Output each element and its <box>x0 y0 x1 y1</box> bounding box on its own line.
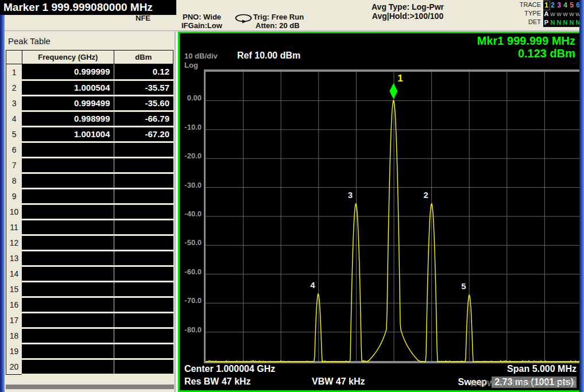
grid-lines <box>206 72 582 361</box>
peak-amplitude-value <box>114 204 173 219</box>
peak-amplitude-value: -35.57 <box>114 80 173 95</box>
peak-amplitude-value: -66.79 <box>114 111 173 126</box>
peak-index: 1 <box>6 64 22 80</box>
peak-table-row: 11 <box>6 219 173 235</box>
peak-frequency-value <box>22 343 114 359</box>
peak-frequency-value <box>22 157 114 173</box>
detector-indicator: N <box>556 18 562 27</box>
peak-table-row: 10 <box>6 204 173 219</box>
peak-2-label: 2 <box>424 190 428 200</box>
peak-table-row: 19 <box>6 343 173 359</box>
window-edge-right <box>579 0 584 392</box>
peak-index: 5 <box>6 126 22 142</box>
pno-setting: PNO: Wide <box>183 13 221 21</box>
peak-table-row: 21.000504-35.57 <box>6 80 173 95</box>
peak-amplitude-value <box>114 188 173 204</box>
peak-table-row: 6 <box>6 142 173 157</box>
peak-table-row: 16 <box>6 297 173 312</box>
trigger-setting: Trig: Free Run <box>253 13 304 21</box>
res-bw: Res BW 47 kHz <box>184 377 251 387</box>
y-axis-tick-label: -70.0 <box>180 296 202 305</box>
detector-indicator: N <box>568 18 575 27</box>
peak-index: 15 <box>6 281 22 297</box>
detector-indicator: N <box>550 18 556 27</box>
peak-amplitude-value <box>114 173 173 188</box>
peak-frequency-value <box>22 188 114 204</box>
center-frequency: Center 1.000004 GHz <box>184 364 275 374</box>
peak-frequency-value <box>22 235 114 250</box>
nfe-indicator: NFE <box>136 14 150 22</box>
peak-table-row: 30.999499-35.60 <box>6 95 173 111</box>
video-bw: VBW 47 kHz <box>312 377 365 387</box>
peak-amplitude-value: -67.20 <box>114 126 173 142</box>
peak-amplitude-value <box>114 266 173 281</box>
peak-table: Frequency (GHz) dBm 10.9999990.1221.0005… <box>6 50 173 375</box>
detector-indicator: N <box>562 18 568 27</box>
peak-table-row: 13 <box>6 250 173 266</box>
continuous-sweep-icon <box>233 13 254 26</box>
y-axis-tick-label: -80.0 <box>180 325 202 334</box>
peak-amplitude-value <box>114 142 173 157</box>
peak-table-row: 17 <box>6 312 173 328</box>
peak-amplitude-value <box>114 297 173 312</box>
peak-table-panel: Peak Table Frequency (GHz) dBm 10.999999… <box>0 32 178 392</box>
peak-frequency-value <box>22 142 114 157</box>
peak-frequency-value <box>22 297 114 312</box>
window-edge-left <box>0 15 5 392</box>
peak-frequency-value <box>22 359 114 375</box>
peak-index: 18 <box>6 328 22 343</box>
peak-table-row: 8 <box>6 173 173 188</box>
ref-level: Ref 10.00 dBm <box>237 51 300 61</box>
peak-index: 11 <box>6 219 22 235</box>
trace-plot <box>206 72 582 363</box>
peak-index: 2 <box>6 80 22 95</box>
peak-index: 14 <box>6 266 22 281</box>
peak-frequency-value: 1.001004 <box>22 126 114 142</box>
trace-label: TRACE <box>504 1 541 9</box>
index-column-header <box>6 51 22 64</box>
peak-amplitude-value <box>114 219 173 235</box>
marker1-amplitude-readout: 0.123 dBm <box>518 47 575 60</box>
peak-amplitude-value <box>114 328 173 343</box>
peak-index: 6 <box>6 142 22 157</box>
peak-table-row: 51.001004-67.20 <box>6 126 173 142</box>
scale-type: Log <box>184 61 198 69</box>
peak-amplitude-value <box>114 343 173 359</box>
atten-setting: Atten: 20 dB <box>256 21 300 30</box>
peak-index: 17 <box>6 312 22 328</box>
peak-table-row: 40.998999-66.79 <box>6 111 173 126</box>
peak-index: 19 <box>6 343 22 359</box>
scale-per-div: 10 dB/div <box>184 52 218 60</box>
analyzer-screen: Marker 1 999.999080000 MHz NFE PNO: Wide… <box>0 0 584 392</box>
marker1-number-label: 1 <box>397 73 403 84</box>
peak-index: 20 <box>6 359 22 375</box>
graticule <box>204 69 583 363</box>
peak-table-row: 10.9999990.12 <box>6 64 173 80</box>
peak-4-label: 4 <box>310 280 315 290</box>
peak-table-row: 18 <box>6 328 173 343</box>
peak-table-row: 7 <box>6 157 173 173</box>
peak-table-header: Frequency (GHz) dBm <box>6 51 173 64</box>
peak-frequency-value: 0.999999 <box>22 64 114 80</box>
peak-frequency-value <box>22 204 114 219</box>
peak-table-row: 14 <box>6 266 173 281</box>
peak-index: 16 <box>6 297 22 312</box>
avg-type: Avg Type: Log-Pwr <box>345 2 471 11</box>
peak-amplitude-value <box>114 250 173 266</box>
trace-types-row: AWWWWW <box>543 9 584 17</box>
y-axis-tick-label: 0.00 <box>180 94 202 102</box>
peak-table-row: 20 <box>6 359 173 375</box>
peak-table-bottom-bar <box>6 385 174 389</box>
peak-frequency-value <box>22 219 114 235</box>
peak-frequency-value <box>22 312 114 328</box>
watermark: www.cntronics.com <box>470 377 577 389</box>
marker1-diamond[interactable] <box>389 83 397 99</box>
peak-amplitude-value: 0.12 <box>114 64 173 80</box>
y-axis-tick-label: -10.0 <box>180 123 202 131</box>
peak-table-row: 12 <box>6 235 173 250</box>
peak-frequency-value <box>22 281 114 297</box>
peak-index: 10 <box>6 204 22 219</box>
peak-amplitude-value <box>114 235 173 250</box>
peak-frequency-value <box>22 250 114 266</box>
peak-5-label: 5 <box>461 281 466 291</box>
